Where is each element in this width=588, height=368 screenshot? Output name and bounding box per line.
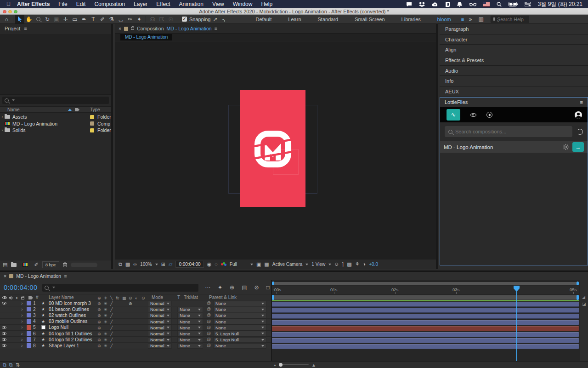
magnification-dropdown[interactable]: 100%: [140, 262, 158, 267]
parent-pickwhip-icon[interactable]: @: [207, 300, 211, 306]
layer-duration-bar[interactable]: [272, 320, 579, 325]
workspace-menu-icon[interactable]: ≡: [459, 17, 466, 22]
anchor-switch-icon[interactable]: ⊕: [97, 307, 101, 312]
view-axis-mode-icon[interactable]: ☉: [166, 15, 175, 23]
mini-flowchart-icon[interactable]: ⚘: [355, 262, 360, 267]
collapse-switch-icon[interactable]: ✳: [104, 338, 107, 342]
composition-sub-tab[interactable]: MD - Logo Animation: [120, 34, 172, 40]
shape-tool[interactable]: ▭: [70, 15, 79, 23]
help-search-box[interactable]: [491, 16, 529, 23]
timeline-button-icon[interactable]: ⌉: [342, 262, 344, 267]
expand-chevron[interactable]: ›: [0, 128, 5, 132]
mirror-glasses-icon[interactable]: ∞: [133, 262, 137, 267]
new-folder-icon[interactable]: [11, 263, 17, 267]
expand-in-out-icon[interactable]: ⇅: [16, 362, 20, 368]
menu-item-after-effects[interactable]: After Effects: [17, 1, 50, 7]
shy-switch-icon[interactable]: ⊕: [97, 296, 101, 300]
expand-chevron[interactable]: ›: [0, 115, 5, 119]
parent-pickwhip-icon[interactable]: @: [207, 319, 211, 324]
parent-pickwhip-icon[interactable]: @: [207, 331, 211, 336]
blend-mode-dropdown[interactable]: Normal: [148, 325, 172, 330]
layer-expand-chevron[interactable]: ›: [21, 343, 23, 348]
anchor-switch-icon[interactable]: ⊕: [97, 344, 101, 348]
layer-duration-bar[interactable]: [272, 326, 579, 331]
trkmat-dropdown[interactable]: None: [177, 337, 203, 343]
camera-dropdown[interactable]: Active Camera: [272, 262, 309, 267]
quality-switch-icon[interactable]: ╱: [110, 332, 113, 336]
frame-blend-switch-icon[interactable]: ▦: [122, 296, 126, 300]
search-options-caret[interactable]: [52, 287, 55, 288]
parent-link-dropdown[interactable]: None: [213, 307, 266, 312]
anchor-switch-icon[interactable]: ⊕: [97, 326, 101, 330]
gear-icon[interactable]: [563, 144, 569, 150]
layer-label-swatch[interactable]: [27, 325, 31, 330]
reset-exposure-icon[interactable]: ◑: [363, 262, 366, 267]
workspace-tab-standard[interactable]: Standard: [310, 17, 347, 22]
red-solid-layer[interactable]: [240, 90, 305, 207]
interpret-footage-icon[interactable]: ▤: [3, 262, 7, 267]
menu-item-view[interactable]: View: [212, 1, 224, 7]
layer-label-swatch[interactable]: [27, 306, 31, 312]
adjustment-switch-icon[interactable]: ◐: [135, 296, 137, 300]
shy-layers-icon[interactable]: ▤: [242, 284, 247, 291]
adjust-icon[interactable]: ✐: [34, 262, 38, 267]
refresh-icon[interactable]: [577, 129, 583, 135]
show-channel-icon[interactable]: [221, 262, 226, 267]
trkmat-dropdown[interactable]: None: [177, 331, 203, 336]
parent-link-dropdown[interactable]: None: [213, 325, 266, 330]
work-area-shield-icon[interactable]: ◢: [582, 295, 585, 299]
zoom-out-mountain-icon[interactable]: ▲: [273, 363, 277, 367]
search-options-caret[interactable]: [12, 99, 15, 101]
brush-tool[interactable]: ✐: [98, 15, 107, 23]
layer-row[interactable]: ›6★04 logo fill 1 Outlines⊕✳╱NormalNone@…: [0, 331, 271, 337]
layer-name[interactable]: Logo Null: [49, 325, 68, 330]
layer-expand-chevron[interactable]: ›: [21, 331, 23, 336]
preview-eye-tab[interactable]: [470, 113, 476, 117]
sort-ascending-icon[interactable]: [68, 109, 72, 111]
quality-switch-icon[interactable]: ╲: [110, 296, 113, 300]
eraser-tool[interactable]: ◡: [116, 15, 125, 23]
parent-link-dropdown[interactable]: 5. Logo Null: [213, 331, 266, 336]
trkmat-dropdown[interactable]: None: [177, 313, 203, 318]
menu-bar-clock[interactable]: 3월 9일 (화) 20:21: [538, 0, 582, 8]
lottie-composition-row[interactable]: MD - Logo Animation →: [440, 141, 588, 153]
zoom-slider-knob[interactable]: [279, 363, 283, 367]
trkmat-dropdown[interactable]: None: [177, 307, 203, 312]
close-tab-icon[interactable]: ×: [4, 273, 6, 279]
trkmat-dropdown[interactable]: None: [177, 319, 203, 324]
quality-switch-icon[interactable]: ╱: [110, 301, 113, 306]
panel-menu-icon[interactable]: ≡: [580, 99, 583, 105]
time-ruler[interactable]: :00s01s02s03s05s: [272, 286, 579, 294]
layer-label-swatch[interactable]: [27, 300, 31, 306]
quality-switch-icon[interactable]: ╱: [110, 338, 113, 342]
trkmat-dropdown[interactable]: None: [177, 343, 203, 349]
project-search-box[interactable]: [2, 97, 109, 104]
chat-icon[interactable]: [406, 2, 412, 7]
layer-label-swatch[interactable]: [27, 319, 31, 324]
timeline-column-headers[interactable]: ● # Layer Name ⊕ ✳ ╲ fx ▦ ⊘ ◐ ⊙ Mode T T…: [0, 294, 271, 300]
column-number[interactable]: #: [36, 295, 39, 300]
layer-expand-chevron[interactable]: ›: [21, 300, 23, 306]
composition-viewer[interactable]: [115, 41, 436, 259]
lottie-animations-tab[interactable]: ∿: [447, 109, 460, 121]
solo-column-icon[interactable]: ●: [16, 296, 18, 300]
layer-duration-bar[interactable]: [272, 332, 579, 337]
expand-transfer-controls-icon[interactable]: ⧉: [9, 362, 13, 368]
item-label-swatch[interactable]: [90, 115, 94, 119]
layer-visibility-eye[interactable]: [2, 325, 6, 330]
layer-duration-bar[interactable]: [272, 314, 579, 319]
column-type[interactable]: Type: [90, 107, 100, 112]
menu-item-effect[interactable]: Effect: [156, 1, 170, 7]
snapshot-icon[interactable]: ◉: [207, 262, 212, 267]
layer-expand-chevron[interactable]: ›: [21, 319, 23, 324]
menu-item-composition[interactable]: Composition: [94, 1, 125, 7]
close-tab-icon[interactable]: ×: [119, 26, 121, 31]
project-row[interactable]: ›AssetsFolder: [0, 114, 111, 121]
transparency-grid-icon[interactable]: ▦: [264, 262, 269, 267]
quality-switch-icon[interactable]: ╱: [110, 344, 113, 348]
motion-blur-on-icon[interactable]: ⊘: [129, 301, 132, 306]
unlock-icon[interactable]: [131, 28, 134, 30]
layer-duration-bar[interactable]: [272, 344, 579, 349]
workspace-tab-libraries[interactable]: Libraries: [393, 17, 429, 22]
layer-row[interactable]: ›3★02 watch Outlines⊕✳╱NormalNone@None: [0, 312, 271, 318]
